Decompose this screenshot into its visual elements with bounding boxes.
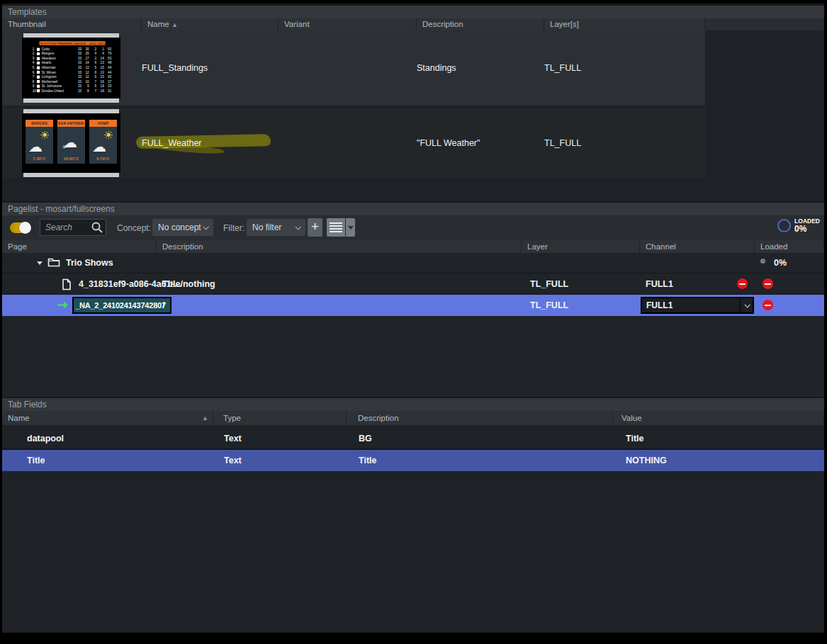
page-row[interactable]: 4_31831ef9-a086-4a61-... Title/nothing T… [2,273,824,295]
channel-value: FULL1 [642,300,673,310]
loaded-percent: 0% [794,225,820,233]
list-view-button[interactable] [327,218,345,237]
tab-fields-panel: Tab Fields Name ▲ Type Description Value… [2,398,824,633]
templates-panel: Templates Thumbnail Name ▲ Variant Descr… [2,6,824,201]
column-header-empty [705,18,824,30]
remove-icon[interactable] [763,278,773,289]
field-name: Title [2,456,213,465]
column-header-layer[interactable]: Layer [522,240,640,253]
column-header-name[interactable]: Name [2,411,213,425]
caret-down-icon [348,226,354,230]
fog-lines-icon: ≡ [62,143,67,150]
standings-thumb-rows: 1Celtic333021922Rangers332544793Aberdeen… [26,47,118,93]
field-description: Title [347,456,613,465]
chevron-down-icon [203,224,208,230]
chevron-down-icon [295,224,300,230]
active-page-arrow-icon [57,300,69,310]
loaded-indicator: LOADED 0% [777,218,820,233]
sort-ascending-icon: ▲ [171,21,178,28]
tab-fields-panel-title: Tab Fields [2,398,824,411]
page-layer: TL_FULL [530,279,568,289]
page-row-selected[interactable]: / TL_FULL FULL1 [2,295,824,316]
thumbnail-letterbox-bottom [23,98,119,103]
filter-label: Filter: [223,223,244,233]
concept-value: No concept [158,222,201,232]
template-description: "FULL Weather" [417,138,544,148]
weather-thumb-card: SAN ANTONIO☀☁≡23.63°C [57,120,85,164]
thumbnail-letterbox-bottom [23,173,119,177]
column-header-layers[interactable]: Layer[s] [544,18,705,30]
pagelist-toggle-switch[interactable] [10,222,30,233]
search-icon [91,221,103,234]
group-name: Trio Shows [66,258,113,268]
page-description: / [162,300,164,310]
field-value: Title [613,434,824,444]
template-row-full-standings[interactable]: SCOTTISH PREMIER LEAGUE - 2022-2023 1Cel… [2,30,705,106]
search-box [40,219,106,236]
page-icon [62,278,72,290]
field-value: NOTHING [613,456,824,465]
tab-fields-column-headers: Name ▲ Type Description Value [2,411,824,425]
weather-thumb-cards: BERGEN☀☁7.38°CSAN ANTONIO☀☁≡23.63°CVOMP☀… [26,120,117,164]
pagelist-toolbar: Concept: No concept Filter: No filter + … [2,215,824,240]
toggle-knob [19,222,31,234]
column-header-name[interactable]: Name ▲ [142,18,279,30]
expand-caret-icon[interactable] [37,261,43,265]
search-input[interactable] [40,222,91,232]
list-view-options-button[interactable] [346,218,355,237]
template-name: FULL_Weather [142,138,202,148]
standings-thumb-row: 10Dundee United33871831 [26,89,118,94]
template-layers: TL_FULL [544,63,705,73]
field-description: BG [347,434,613,444]
templates-panel-title: Templates [2,6,824,18]
chevron-down-icon [744,302,750,307]
column-header-page[interactable]: Page [2,240,157,253]
field-row-datapool[interactable]: datapool Text BG Title [2,429,824,450]
page-description: Title/nothing [162,279,215,289]
loaded-progress-ring [777,219,791,232]
column-header-description[interactable]: Description [157,240,522,253]
group-loaded-icon [760,259,765,264]
pagelist-panel: Pagelist - mosart/fullscreens Concept: N… [2,203,824,397]
template-name: FULL_Standings [142,63,279,73]
column-header-thumbnail[interactable]: Thumbnail [2,18,142,30]
column-header-description[interactable]: Description [347,411,613,425]
column-header-type[interactable]: Type [213,411,347,425]
column-header-variant[interactable]: Variant [279,18,417,30]
group-loaded-percent: 0% [774,258,787,268]
standings-thumbnail: SCOTTISH PREMIER LEAGUE - 2022-2023 1Cel… [22,33,120,103]
template-description: Standings [417,63,544,73]
standings-thumb-title: SCOTTISH PREMIER LEAGUE - 2022-2023 [40,41,106,45]
column-header-description[interactable]: Description [417,18,544,30]
templates-column-headers: Thumbnail Name ▲ Variant Description Lay… [2,18,824,30]
template-layers: TL_FULL [544,138,705,148]
filter-value: No filter [252,222,281,232]
sort-ascending-icon: ▲ [202,411,208,425]
column-header-loaded[interactable]: Loaded [755,240,824,253]
page-channel: FULL1 [646,279,673,289]
field-type: Text [213,434,347,444]
channel-select[interactable]: FULL1 [641,297,754,314]
remove-icon[interactable] [763,300,773,310]
page-name-edit-input[interactable] [72,297,171,314]
weather-thumb-card: VOMP☀☁6.79°C [89,120,117,164]
remove-icon[interactable] [737,278,748,289]
field-type: Text [213,456,347,465]
application-window: Templates Thumbnail Name ▲ Variant Descr… [2,4,824,633]
cloud-icon: ☁ [28,140,43,154]
pagelist-panel-title: Pagelist - mosart/fullscreens [2,203,824,215]
page-layer: TL_FULL [530,300,568,310]
column-header-channel[interactable]: Channel [640,240,755,253]
weather-thumbnail: BERGEN☀☁7.38°CSAN ANTONIO☀☁≡23.63°CVOMP☀… [22,109,120,177]
group-row-trio-shows[interactable]: Trio Shows 0% [2,253,824,273]
field-row-title-selected[interactable]: Title Text Title NOTHING [2,450,824,471]
folder-icon [47,257,60,268]
pagelist-column-headers: Page Description Layer Channel Loaded [2,240,824,253]
concept-dropdown[interactable]: No concept [152,219,213,236]
filter-dropdown[interactable]: No filter [247,219,305,236]
weather-thumb-card: BERGEN☀☁7.38°C [26,120,53,164]
template-row-full-weather[interactable]: BERGEN☀☁7.38°CSAN ANTONIO☀☁≡23.63°CVOMP☀… [2,108,705,178]
column-header-value[interactable]: Value [613,411,824,425]
add-page-button[interactable]: + [308,218,322,237]
cloud-icon: ☁ [92,140,106,154]
